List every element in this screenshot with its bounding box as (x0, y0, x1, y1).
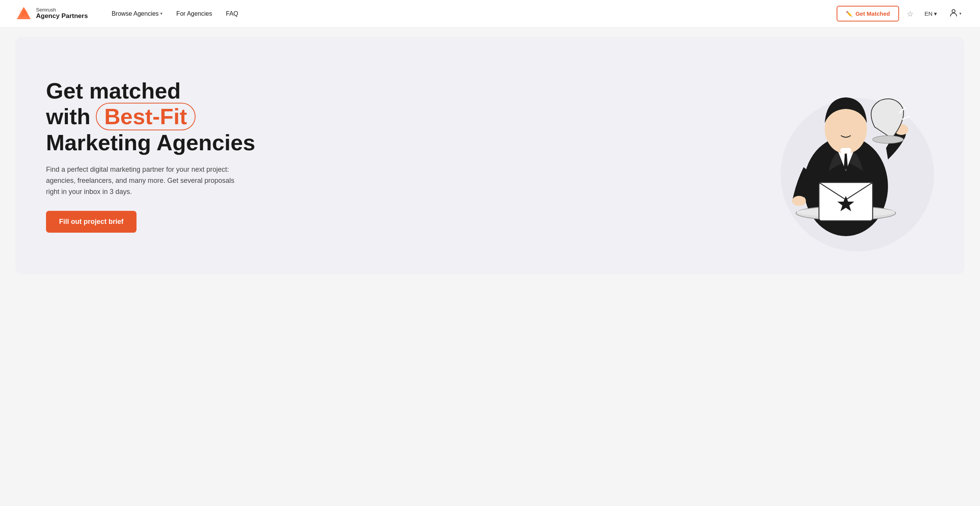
svg-point-11 (873, 136, 903, 143)
language-selector[interactable]: EN ▾ (921, 9, 940, 19)
hero-headline-line1: Get matched (46, 79, 255, 103)
hero-card: Get matched with Best-Fit Marketing Agen… (15, 37, 965, 274)
navbar-actions: ✏️ Get Matched ☆ EN ▾ ▾ (837, 6, 965, 21)
bookmark-button[interactable]: ☆ (905, 8, 915, 20)
language-label: EN (924, 10, 932, 17)
svg-point-2 (952, 10, 955, 13)
nav-faq[interactable]: FAQ (220, 7, 243, 20)
logo-link[interactable]: Semrush Agency Partners (15, 5, 88, 22)
language-chevron-icon: ▾ (934, 10, 937, 17)
hero-content: Get matched with Best-Fit Marketing Agen… (46, 79, 255, 233)
nav-browse-agencies[interactable]: Browse Agencies ▾ (106, 7, 168, 20)
star-icon: ☆ (907, 10, 914, 18)
waiter-illustration (773, 64, 919, 248)
hero-illustration (758, 60, 934, 251)
user-icon (949, 8, 958, 19)
best-fit-badge: Best-Fit (96, 103, 196, 130)
hero-headline-line3: Marketing Agencies (46, 130, 255, 155)
fill-brief-button[interactable]: Fill out project brief (46, 211, 136, 233)
hero-section: Get matched with Best-Fit Marketing Agen… (0, 28, 980, 290)
logo-agency-label: Agency Partners (36, 13, 88, 20)
svg-point-7 (792, 196, 806, 206)
logo-semrush-label: Semrush (36, 7, 88, 13)
hero-headline-line2: with Best-Fit (46, 103, 255, 130)
navbar: Semrush Agency Partners Browse Agencies … (0, 0, 980, 28)
browse-agencies-chevron-icon: ▾ (160, 11, 163, 16)
pencil-icon: ✏️ (846, 11, 852, 17)
semrush-logo-icon (15, 5, 32, 22)
nav-for-agencies[interactable]: For Agencies (171, 7, 217, 20)
get-matched-button[interactable]: ✏️ Get Matched (837, 6, 899, 21)
svg-line-13 (903, 117, 909, 119)
main-nav: Browse Agencies ▾ For Agencies FAQ (106, 7, 837, 20)
logo-text: Semrush Agency Partners (36, 7, 88, 20)
user-menu-button[interactable]: ▾ (946, 7, 965, 20)
user-chevron-icon: ▾ (959, 11, 962, 16)
hero-headline: Get matched with Best-Fit Marketing Agen… (46, 79, 255, 155)
hero-description: Find a perfect digital marketing partner… (46, 164, 245, 197)
